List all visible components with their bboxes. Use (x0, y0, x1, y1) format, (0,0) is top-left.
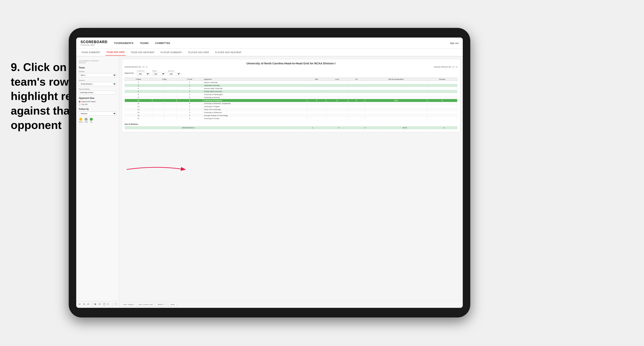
subnav-team-summary[interactable]: TEAM SUMMARY (80, 49, 101, 55)
colour-by-select[interactable]: Win/loss (79, 111, 116, 116)
col-opponent: Opponent (203, 78, 307, 81)
table-row[interactable]: 16-4Georgia Institute of Technology (125, 114, 458, 117)
subnav-team-h2h-grid[interactable]: TEAM H2H GRID (106, 49, 126, 55)
sidebar: Last Updated: 27/03/2024 16:55:38 Team G… (76, 56, 119, 301)
undo-icon[interactable]: ↩ (79, 303, 82, 306)
view-original-btn[interactable]: View: Original (122, 303, 135, 306)
subnav-player-h2h-heatmap[interactable]: PLAYER H2H HEATMAP (214, 49, 242, 55)
legend-dot-up (90, 118, 93, 121)
sidebar-division-field: Division NCAA Division I (79, 79, 116, 86)
out-division-table: NCAA Division II10026.003 (124, 126, 458, 129)
table-body: 2-1Auburn University3-2Vanderbilt Univer… (125, 81, 458, 120)
sidebar-last-updated: Last Updated: 27/03/2024 16:55:38 (79, 60, 116, 64)
region-select[interactable]: (All) (152, 72, 165, 76)
share-btn[interactable]: Share (169, 303, 176, 306)
table-row[interactable]: 4-1Arizona State University (125, 87, 458, 90)
main-content: Last Updated: 27/03/2024 16:55:38 Team G… (76, 56, 463, 301)
toolbar-icons-2: ⧉ ✂ 📋 + (94, 303, 111, 306)
sidebar-school-field: School (Rank) University of Nort... (79, 88, 116, 94)
table-row[interactable]: 14-1Texas Tech University (125, 108, 458, 111)
table-row[interactable]: 17-3University of Florida (125, 117, 458, 120)
conference-select[interactable]: (All) (137, 72, 150, 76)
school-box[interactable]: University of Nort... (79, 91, 116, 94)
nav-committee[interactable]: COMMITTEE (155, 41, 170, 45)
legend-level: Level (84, 118, 88, 123)
out-of-division-title: Out of division (124, 123, 458, 125)
division-select[interactable]: NCAA Division I (79, 82, 116, 86)
watch-btn[interactable]: Watch ▾ (156, 303, 165, 306)
col-diff: Diff Av Strokes/Rnd (365, 78, 427, 81)
tablet-frame: SCOREBOARD Powered by clippd TOURNAMENTS… (69, 28, 470, 318)
add-icon[interactable]: + (107, 303, 111, 306)
region-filter: Region (All) (152, 70, 165, 76)
filters-row: Opponents: Conference (All) Region (All) (124, 70, 458, 76)
save-custom-view-btn[interactable]: Save Custom View (137, 303, 154, 306)
table-row[interactable]: 3-2Vanderbilt University (125, 84, 458, 87)
division-record: Division Record: 88 - 17 - 0 (434, 66, 458, 68)
bottom-toolbar: ↩ ↪ ↩ ⧉ ✂ 📋 + 🕐 View: Original Save Cust… (76, 301, 463, 308)
radio-top100[interactable]: Top 100 (79, 103, 116, 105)
toolbar-sep-4 (167, 303, 167, 306)
out-of-division: Out of division NCAA Division II10026.00… (124, 123, 458, 129)
table-header: # Rank # Reg # Conf Opponent Win Loss Ti… (125, 78, 458, 81)
top-nav: SCOREBOARD Powered by clippd TOURNAMENTS… (76, 37, 463, 49)
subnav-player-h2h-grid[interactable]: PLAYER H2H GRID (187, 49, 210, 55)
nav-items: TOURNAMENTS TEAMS COMMITTEE (114, 41, 450, 45)
col-rank: # Rank (125, 78, 152, 81)
table-row[interactable]: 11-5University of Alabama3002.618 (125, 99, 458, 102)
back-icon[interactable]: ↩ (88, 303, 91, 306)
sub-nav: TEAM SUMMARY TEAM H2H GRID TEAM H2H HEAT… (76, 49, 463, 56)
tablet-screen: SCOREBOARD Powered by clippd TOURNAMENTS… (76, 37, 463, 308)
nav-tournaments[interactable]: TOURNAMENTS (114, 41, 134, 45)
colour-by-title: Colour by (79, 108, 116, 110)
conference-filter: Conference (All) (137, 70, 150, 76)
redo-icon[interactable]: ↪ (83, 303, 86, 306)
col-reg: # Reg (152, 78, 176, 81)
subnav-team-h2h-heatmap[interactable]: TEAM H2H HEATMAP (130, 49, 156, 55)
copy-icon[interactable]: ⧉ (94, 303, 98, 306)
table-row[interactable]: 13-3University of Virginia (125, 105, 458, 108)
out-table-body: NCAA Division II10026.003 (125, 126, 458, 129)
grid-records: Overall Record: 89 - 17 - 0 Division Rec… (124, 66, 458, 68)
out-table-row[interactable]: NCAA Division II10026.003 (125, 126, 458, 129)
legend-dot-down (79, 118, 82, 121)
data-area: University of North Carolina Head-to-Hea… (119, 56, 463, 301)
col-tie: Tie (348, 78, 365, 81)
table-row[interactable]: 15-2University of Oklahoma (125, 111, 458, 114)
opponent-select[interactable]: (All) (168, 72, 180, 76)
logo-text: SCOREBOARD (80, 40, 108, 44)
nav-teams[interactable]: TEAMS (140, 41, 148, 45)
radio-dot-top100 (79, 104, 80, 105)
table-row[interactable]: 8-2University of Washington (125, 93, 458, 96)
cut-icon[interactable]: ✂ (99, 303, 102, 306)
legend-items: Down Level Up (79, 118, 116, 123)
subnav-player-summary[interactable]: PLAYER SUMMARY (160, 49, 183, 55)
paste-icon[interactable]: 📋 (103, 303, 106, 306)
legend-dot-level (84, 118, 88, 121)
toolbar-sep-3 (120, 303, 120, 306)
opponents-filter-label: Opponents: (124, 72, 134, 74)
sidebar-team-title: Team (79, 66, 116, 69)
clock-icon[interactable]: 🕐 (114, 303, 118, 306)
col-conf: # Conf (176, 78, 203, 81)
sign-out[interactable]: Sign out (450, 42, 458, 44)
toolbar-sep-1 (92, 303, 93, 306)
legend-down: Down (79, 118, 83, 123)
grid-table: # Rank # Reg # Conf Opponent Win Loss Ti… (124, 77, 458, 120)
table-row[interactable]: 12-6University of Arkansas, Fayetteville (125, 102, 458, 105)
table-row[interactable]: 6-2Florida State University (125, 90, 458, 93)
col-win: Win (307, 78, 326, 81)
radio-dot-opponents-played (79, 101, 80, 102)
table-row[interactable]: 2-1Auburn University (125, 81, 458, 84)
opponent-filter: Opponent (All) (168, 70, 180, 76)
col-rounds: Rounds (427, 78, 458, 81)
radio-opponents-played[interactable]: Opponents Played (79, 101, 116, 102)
col-loss: Loss (326, 78, 348, 81)
toolbar-sep-2 (112, 303, 113, 306)
logo-sub: Powered by clippd (80, 44, 108, 46)
table-row[interactable]: 9-3University of Arizona (125, 96, 458, 99)
toolbar-icons: ↩ ↪ ↩ (79, 303, 91, 306)
gender-select[interactable]: Men's (79, 73, 116, 77)
grid-container: University of North Carolina Head-to-Hea… (122, 59, 460, 132)
sidebar-gender-field: Gender Men's (79, 70, 116, 77)
